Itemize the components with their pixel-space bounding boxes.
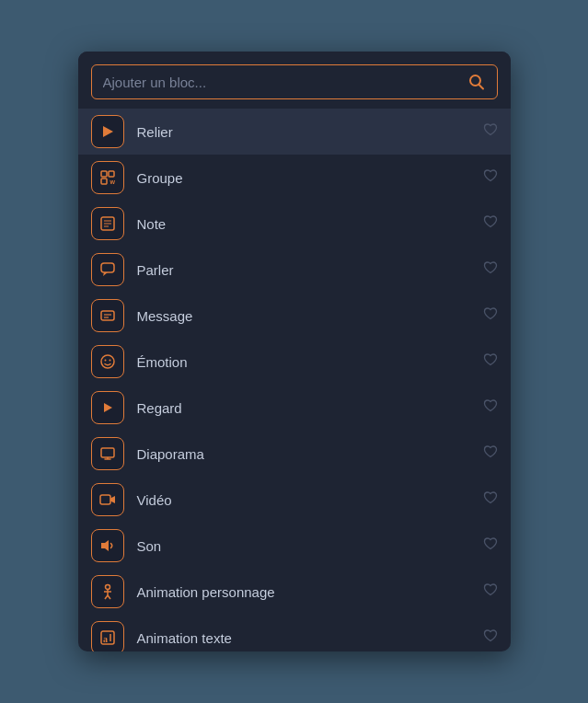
relier-favorite[interactable] <box>483 122 498 141</box>
svg-marker-2 <box>103 126 113 137</box>
animation-personnage-favorite[interactable] <box>483 582 498 601</box>
svg-marker-18 <box>104 403 112 412</box>
video-favorite[interactable] <box>483 490 498 509</box>
search-container <box>78 52 511 109</box>
parler-label: Parler <box>137 262 476 278</box>
groupe-icon: w <box>91 161 124 194</box>
son-icon <box>91 529 124 562</box>
animation-texte-label: Animation texte <box>137 630 476 646</box>
svg-point-24 <box>105 585 110 590</box>
regard-favorite[interactable] <box>483 398 498 417</box>
diaporama-label: Diaporama <box>137 446 476 462</box>
list-item-animation-texte[interactable]: aAnimation texte <box>78 615 511 651</box>
list-item-groupe[interactable]: wGroupe <box>78 155 511 201</box>
svg-rect-11 <box>101 263 114 272</box>
list-item-message[interactable]: Message <box>78 293 511 339</box>
note-favorite[interactable] <box>483 214 498 233</box>
message-icon <box>91 299 124 332</box>
svg-rect-4 <box>109 171 114 177</box>
svg-rect-5 <box>101 179 107 184</box>
animation-texte-icon: a <box>91 621 124 651</box>
emotion-icon <box>91 345 124 378</box>
relier-icon <box>91 115 124 148</box>
groupe-label: Groupe <box>137 170 476 186</box>
svg-text:w: w <box>109 179 115 185</box>
list-item-video[interactable]: Vidéo <box>78 477 511 523</box>
list-item-regard[interactable]: Regard <box>78 385 511 431</box>
search-box <box>91 64 498 99</box>
relier-label: Relier <box>137 124 476 140</box>
list-item-diaporama[interactable]: Diaporama <box>78 431 511 477</box>
svg-point-15 <box>101 355 114 368</box>
video-label: Vidéo <box>137 492 476 508</box>
svg-point-17 <box>109 360 110 362</box>
svg-rect-3 <box>101 171 107 177</box>
list-item-animation-personnage[interactable]: Animation personnage <box>78 569 511 615</box>
emotion-label: Émotion <box>137 354 476 370</box>
svg-line-1 <box>478 85 483 89</box>
svg-rect-12 <box>101 311 114 320</box>
parler-favorite[interactable] <box>483 260 498 279</box>
note-icon <box>91 207 124 240</box>
message-favorite[interactable] <box>483 306 498 325</box>
animation-personnage-icon <box>91 575 124 608</box>
svg-line-28 <box>108 595 110 599</box>
parler-icon <box>91 253 124 286</box>
list-item-emotion[interactable]: Émotion <box>78 339 511 385</box>
block-list: RelierwGroupeNoteParlerMessageÉmotionReg… <box>78 109 511 651</box>
diaporama-icon <box>91 437 124 470</box>
note-label: Note <box>137 216 476 232</box>
animation-texte-favorite[interactable] <box>483 628 498 647</box>
diaporama-favorite[interactable] <box>483 444 498 463</box>
svg-point-16 <box>104 360 106 362</box>
svg-rect-22 <box>100 495 110 504</box>
search-icon <box>467 73 486 91</box>
search-input[interactable] <box>103 75 467 90</box>
add-block-panel: RelierwGroupeNoteParlerMessageÉmotionReg… <box>78 52 511 651</box>
list-item-son[interactable]: Son <box>78 523 511 569</box>
son-label: Son <box>137 538 476 554</box>
svg-marker-23 <box>101 540 109 551</box>
groupe-favorite[interactable] <box>483 168 498 187</box>
list-item-note[interactable]: Note <box>78 201 511 247</box>
svg-text:a: a <box>103 634 108 644</box>
message-label: Message <box>137 308 476 324</box>
regard-label: Regard <box>137 400 476 416</box>
emotion-favorite[interactable] <box>483 352 498 371</box>
regard-icon <box>91 391 124 424</box>
svg-rect-19 <box>101 448 114 457</box>
animation-personnage-label: Animation personnage <box>137 584 476 600</box>
list-item-parler[interactable]: Parler <box>78 247 511 293</box>
list-item-relier[interactable]: Relier <box>78 109 511 155</box>
video-icon <box>91 483 124 516</box>
son-favorite[interactable] <box>483 536 498 555</box>
